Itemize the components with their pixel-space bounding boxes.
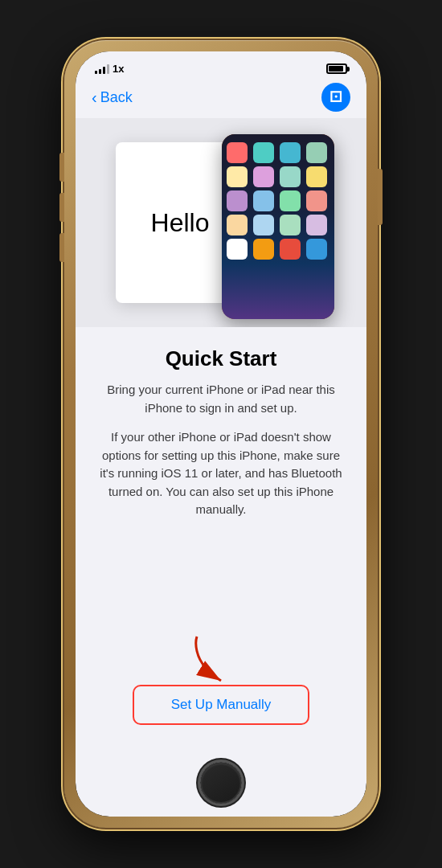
app-icon [253, 239, 274, 260]
set-up-label: Set Up Manually [171, 697, 272, 713]
phone-inner: 1x ‹ Back ⚀ [76, 51, 366, 817]
home-button-area [76, 754, 366, 817]
action-area: Set Up Manually [76, 532, 366, 755]
app-icon [306, 190, 327, 211]
app-icon [306, 142, 327, 163]
carrier-text: 1x [113, 63, 124, 75]
back-button[interactable]: ‹ Back [92, 88, 133, 107]
app-icon [227, 239, 248, 260]
page-title: Quick Start [98, 346, 344, 371]
nav-bar: ‹ Back ⚀ [76, 78, 366, 118]
app-icon [280, 215, 301, 235]
battery-icon [326, 63, 347, 74]
signal-icon [95, 64, 109, 74]
app-icon [253, 142, 274, 163]
description-text: If your other iPhone or iPad doesn't sho… [98, 428, 344, 519]
app-icon [253, 215, 274, 235]
text-content: Quick Start Bring your current iPhone or… [76, 327, 366, 532]
accessibility-icon: ⚀ [329, 88, 342, 106]
app-icon [306, 239, 327, 260]
app-icon [227, 215, 248, 235]
status-left: 1x [95, 63, 124, 75]
status-bar: 1x [76, 51, 366, 78]
accessibility-button[interactable]: ⚀ [321, 83, 350, 112]
app-icon [227, 166, 248, 187]
iphone-illustration [222, 134, 334, 319]
home-button[interactable] [200, 762, 242, 804]
app-icon [253, 166, 274, 187]
app-icon [227, 190, 248, 211]
app-icon [306, 166, 327, 187]
app-icon [253, 190, 274, 211]
battery-fill [329, 66, 343, 72]
chevron-left-icon: ‹ [92, 88, 97, 107]
app-icon [280, 166, 301, 187]
app-icon [280, 239, 301, 260]
arrow-container [76, 628, 366, 693]
hello-text: Hello [151, 208, 210, 238]
phone-device: 1x ‹ Back ⚀ [64, 40, 378, 828]
app-icon [227, 142, 248, 163]
arrow-icon [173, 628, 269, 693]
back-label: Back [100, 89, 133, 106]
app-icon [280, 190, 301, 211]
app-grid [222, 134, 334, 319]
app-icon [280, 142, 301, 163]
subtitle-text: Bring your current iPhone or iPad near t… [98, 381, 344, 417]
app-icon [306, 215, 327, 235]
hero-area: Hello [76, 118, 366, 327]
status-right [326, 63, 347, 74]
screen: 1x ‹ Back ⚀ [76, 51, 366, 817]
